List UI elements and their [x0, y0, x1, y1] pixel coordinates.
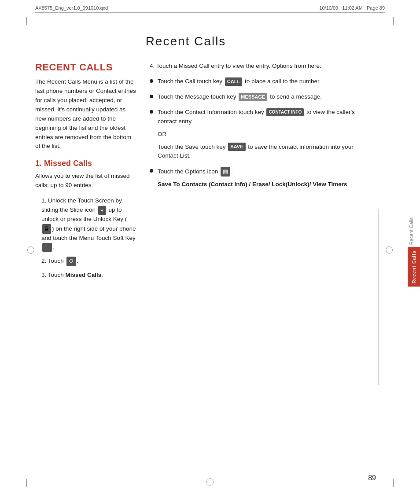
recent-calls-heading: RECENT CALLS	[35, 62, 136, 73]
message-badge: MESSAGE	[239, 93, 267, 101]
header-datetime: 10/10/09 11:02 AM Page 89	[319, 5, 385, 11]
recent-icon	[66, 257, 76, 266]
step-1: 1. Unlock the Touch Screen by sliding th…	[35, 196, 136, 252]
bullet-message-content: Touch the Message touch key MESSAGE to s…	[158, 92, 372, 102]
bullet-dot-1	[150, 79, 153, 83]
header-file: AX8575_Eng_ver1.0_091010.qxd	[35, 5, 108, 11]
side-tab-block: Recent Calls Recent Calls	[408, 216, 420, 287]
right-column: 4. Touch a Missed Call entry to view the…	[150, 62, 372, 469]
page-header: AX8575_Eng_ver1.0_091010.qxd 10/10/09 11…	[35, 5, 385, 13]
step-1-text: 1. Unlock the Touch Screen by sliding th…	[41, 197, 136, 250]
page-number: 89	[368, 474, 376, 482]
contact-info-badge: CONTACT INFO	[266, 108, 304, 116]
steps-list: 1. Unlock the Touch Screen by sliding th…	[35, 196, 136, 280]
menu-soft-key-icon	[42, 243, 52, 252]
bullet-options: Touch the Options icon . Save To Contact…	[150, 167, 372, 189]
step-2-text: 2. Touch .	[41, 258, 78, 264]
unlock-key-icon	[42, 224, 51, 234]
bullet-call: Touch the Call touch key CALL to place a…	[150, 77, 372, 86]
bullet-contact-content: Touch the Contact Information touch key …	[158, 108, 372, 161]
bullet-contact: Touch the Contact Information touch key …	[150, 108, 372, 161]
options-icon	[221, 167, 230, 177]
circle-mark-right	[386, 246, 393, 254]
bullet-call-content: Touch the Call touch key CALL to place a…	[158, 77, 372, 86]
content-area: RECENT CALLS The Recent Calls Menu is a …	[35, 62, 372, 469]
page-title: Recent Calls	[0, 34, 372, 48]
corner-mark-bl	[26, 479, 34, 487]
step-2: 2. Touch .	[35, 257, 136, 266]
bullet-options-content: Touch the Options icon . Save To Contact…	[158, 167, 372, 189]
circle-mark-bottom	[206, 478, 214, 486]
bullet-dot-2	[150, 95, 153, 98]
bullet-dot-3	[150, 110, 153, 114]
left-column: RECENT CALLS The Recent Calls Menu is a …	[35, 62, 136, 469]
right-divider	[378, 209, 379, 385]
or-text: OR	[158, 130, 372, 139]
missed-calls-heading: 1. Missed Calls	[35, 159, 136, 168]
step-3: 3. Touch Missed Calls.	[35, 271, 136, 280]
side-tab-label: Recent Calls	[408, 216, 415, 247]
side-tab-text: Recent Calls	[411, 250, 416, 283]
missed-calls-intro: Allows you to view the list of missed ca…	[35, 172, 136, 190]
save-badge: SAVE	[228, 143, 245, 151]
circle-mark-left	[27, 246, 34, 254]
bullet-dot-4	[150, 169, 153, 173]
options-menu-items: Save To Contacts (Contact info) / Erase/…	[158, 180, 372, 189]
right-intro: 4. Touch a Missed Call entry to view the…	[150, 62, 372, 71]
corner-mark-br	[386, 479, 394, 487]
recent-calls-intro: The Recent Calls Menu is a list of the l…	[35, 77, 136, 151]
call-badge: CALL	[225, 77, 242, 86]
slide-icon	[98, 206, 106, 215]
bullet-list: Touch the Call touch key CALL to place a…	[150, 77, 372, 189]
side-tab-bar: Recent Calls	[408, 247, 420, 287]
side-tab-label-text: Recent Calls	[409, 217, 414, 245]
corner-mark-tr	[386, 17, 394, 25]
corner-mark-tl	[26, 17, 34, 25]
bullet-message: Touch the Message touch key MESSAGE to s…	[150, 92, 372, 102]
step-3-text: 3. Touch Missed Calls.	[41, 272, 103, 278]
